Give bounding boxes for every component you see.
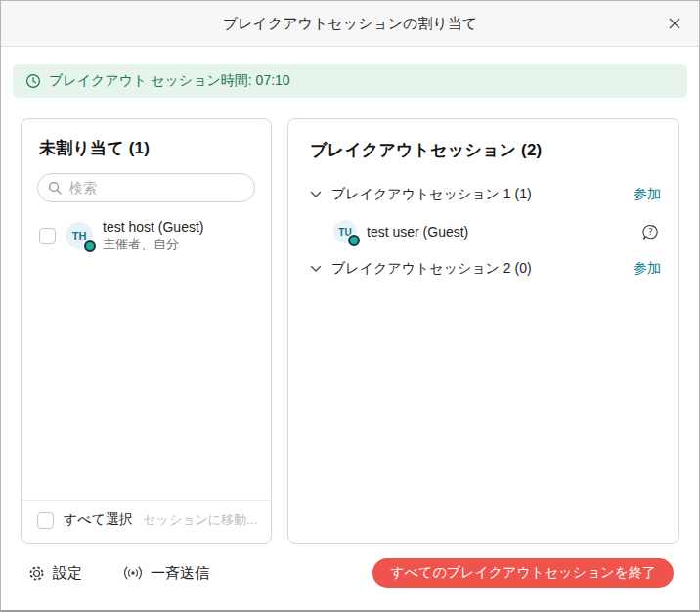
- clock-icon: [25, 73, 41, 89]
- session-time-text: ブレイクアウト セッション時間: 07:10: [49, 72, 290, 90]
- unassigned-heading: 未割り当て (1): [39, 137, 255, 159]
- session-label: ブレイクアウトセッション 1 (1): [331, 186, 532, 203]
- search-icon: [48, 181, 62, 195]
- search-input[interactable]: [37, 173, 255, 202]
- session-participant-row[interactable]: TU test user (Guest) ?: [304, 212, 663, 251]
- help-bubble-icon: ?: [642, 224, 659, 240]
- join-session-1-button[interactable]: 参加: [634, 186, 661, 203]
- participant-name: test user (Guest): [367, 223, 468, 240]
- avatar: TH: [66, 222, 93, 249]
- session-time-banner: ブレイクアウト セッション時間: 07:10: [13, 64, 687, 98]
- settings-button[interactable]: 設定: [28, 564, 82, 583]
- presence-badge-icon: [84, 240, 96, 252]
- join-session-2-button[interactable]: 参加: [634, 260, 661, 278]
- svg-text:?: ?: [648, 227, 653, 237]
- dialog-content: 未割り当て (1) TH test host (Guest) 主催者、自分: [1, 98, 699, 544]
- unassigned-panel-footer: すべて選択 セッションに移動...: [22, 500, 271, 531]
- session-row-1[interactable]: ブレイクアウトセッション 1 (1) 参加: [304, 177, 663, 212]
- unassigned-participant-row[interactable]: TH test host (Guest) 主催者、自分: [37, 218, 255, 253]
- sessions-heading: ブレイクアウトセッション (2): [310, 139, 663, 161]
- broadcast-icon: [123, 565, 143, 581]
- settings-label: 設定: [53, 564, 82, 583]
- avatar: TU: [333, 220, 357, 243]
- dialog-footer: 設定 一斉送信 すべてのブレイクアウトセッションを終了: [1, 544, 699, 588]
- close-button[interactable]: [662, 11, 687, 36]
- session-row-2[interactable]: ブレイクアウトセッション 2 (0) 参加: [304, 251, 663, 286]
- end-all-sessions-button[interactable]: すべてのブレイクアウトセッションを終了: [372, 558, 674, 588]
- select-all-label: すべて選択: [64, 511, 133, 529]
- breakout-assignment-dialog: ブレイクアウトセッションの割り当て ブレイクアウト セッション時間: 07:10…: [0, 0, 700, 612]
- session-label: ブレイクアウトセッション 2 (0): [331, 260, 532, 278]
- chevron-down-icon[interactable]: [310, 265, 322, 273]
- search-box: [37, 173, 255, 202]
- avatar-initials: TH: [72, 230, 87, 241]
- gear-icon: [28, 565, 45, 582]
- participant-checkbox[interactable]: [39, 228, 56, 244]
- dialog-titlebar: ブレイクアウトセッションの割り当て: [1, 1, 699, 47]
- broadcast-button[interactable]: 一斉送信: [123, 564, 209, 583]
- participant-name: test host (Guest): [103, 218, 203, 236]
- move-to-session-button[interactable]: セッションに移動...: [143, 511, 257, 529]
- chevron-down-icon[interactable]: [310, 191, 322, 198]
- unassigned-panel: 未割り当て (1) TH test host (Guest) 主催者、自分: [21, 118, 272, 544]
- participant-texts: test host (Guest) 主催者、自分: [103, 218, 203, 253]
- ask-for-help-button[interactable]: ?: [642, 224, 659, 240]
- sessions-panel: ブレイクアウトセッション (2) ブレイクアウトセッション 1 (1) 参加 T…: [287, 118, 679, 544]
- close-icon: [668, 17, 681, 30]
- select-all-checkbox[interactable]: [37, 512, 54, 529]
- broadcast-label: 一斉送信: [151, 564, 209, 583]
- participant-subtitle: 主催者、自分: [103, 236, 203, 253]
- dialog-title: ブレイクアウトセッションの割り当て: [223, 15, 477, 33]
- presence-badge-icon: [348, 235, 360, 246]
